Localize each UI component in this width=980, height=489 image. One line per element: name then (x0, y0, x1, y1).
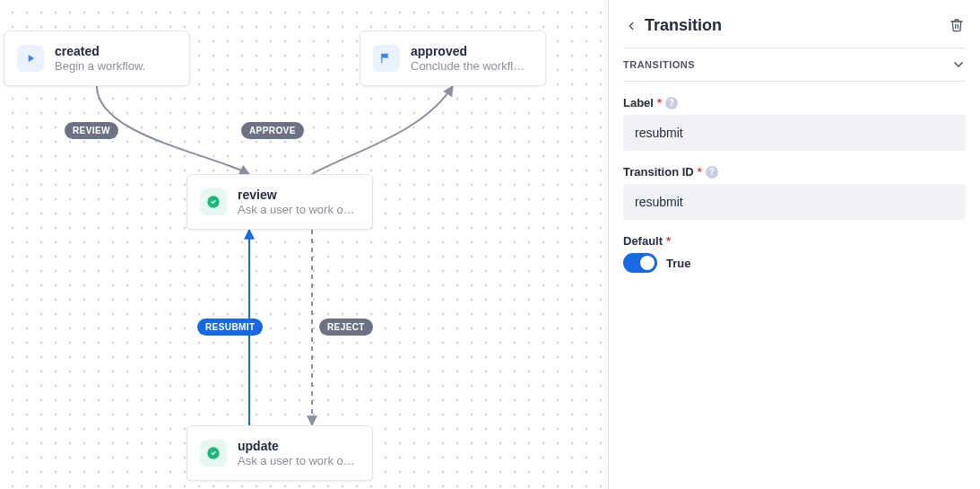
label-input[interactable] (623, 115, 966, 151)
edge-label-review[interactable]: REVIEW (65, 122, 118, 139)
required-asterisk: * (698, 165, 702, 179)
inspector-panel: Transition TRANSITIONS Label * ? Transit… (608, 0, 980, 489)
default-toggle[interactable] (623, 253, 657, 273)
check-circle-icon (200, 188, 227, 215)
node-title: created (55, 43, 145, 59)
workflow-canvas[interactable]: created Begin a workflow. approved Concl… (0, 0, 608, 489)
edge-label-approve[interactable]: APPROVE (241, 122, 304, 139)
chevron-left-icon (625, 20, 637, 32)
node-approved[interactable]: approved Conclude the workfl… (360, 31, 546, 86)
trash-icon (950, 18, 964, 32)
check-circle-icon (200, 440, 227, 467)
node-subtitle: Begin a workflow. (55, 59, 145, 74)
node-title: approved (411, 43, 525, 59)
node-title: update (238, 438, 355, 454)
edge-label-reject[interactable]: REJECT (319, 319, 373, 336)
default-label: Default * (623, 234, 966, 248)
node-subtitle: Ask a user to work o… (238, 203, 355, 217)
start-icon (17, 45, 44, 72)
section-title: TRANSITIONS (623, 59, 695, 70)
edge-label-resubmit[interactable]: RESUBMIT (197, 319, 263, 336)
required-asterisk: * (657, 96, 662, 109)
chevron-down-icon (951, 57, 966, 72)
default-value: True (666, 257, 690, 270)
node-review[interactable]: review Ask a user to work o… (186, 174, 373, 230)
node-update[interactable]: update Ask a user to work o… (186, 425, 373, 481)
transition-id-input[interactable] (623, 184, 966, 220)
node-created[interactable]: created Begin a workflow. (4, 31, 190, 86)
transition-id-label: Transition ID * ? (623, 165, 966, 179)
node-title: review (238, 187, 355, 203)
delete-button[interactable] (950, 18, 966, 34)
label-label: Label * ? (623, 96, 966, 109)
help-icon[interactable]: ? (665, 97, 678, 109)
section-transitions[interactable]: TRANSITIONS (623, 48, 966, 82)
panel-title: Transition (645, 16, 944, 35)
help-icon[interactable]: ? (706, 166, 718, 179)
flag-icon (373, 45, 400, 72)
node-subtitle: Ask a user to work o… (238, 454, 355, 468)
required-asterisk: * (666, 234, 671, 248)
back-button[interactable] (623, 18, 639, 34)
node-subtitle: Conclude the workfl… (411, 59, 525, 74)
